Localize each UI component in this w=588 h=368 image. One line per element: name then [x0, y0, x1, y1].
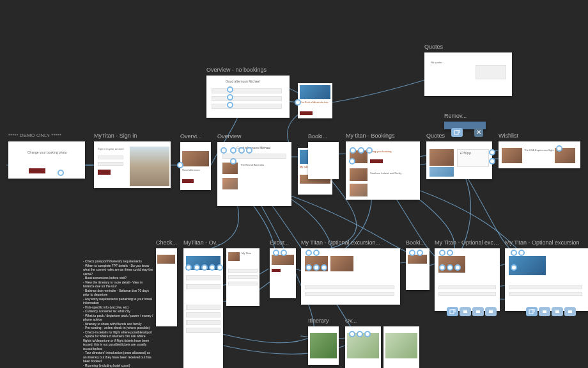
frame-booki1[interactable]: Booki... [308, 142, 339, 179]
connection-node[interactable] [357, 331, 363, 337]
connection-node[interactable] [246, 147, 252, 154]
frame-label: Overvi... [180, 133, 202, 140]
connection-node[interactable] [439, 264, 445, 271]
connection-node[interactable] [358, 147, 364, 154]
action-icon[interactable] [564, 307, 576, 316]
frame-wishlist[interactable]: Wishlist The USA Experience flight [499, 141, 580, 168]
action-icon[interactable] [539, 307, 550, 316]
connection-node[interactable] [417, 250, 423, 256]
connection-node[interactable] [238, 147, 245, 154]
frame-label: Booki... [406, 239, 425, 246]
connection-node[interactable] [220, 147, 227, 154]
frame-optional2[interactable]: My Titan - Optional excursion... [435, 248, 500, 311]
frame-label: Excur... [270, 239, 289, 246]
connection-node[interactable] [439, 250, 445, 256]
frame-signin[interactable]: MyTitan - Sign in Sign in to your accoun… [94, 141, 171, 188]
frame-overview-nobookings[interactable]: Overview - no bookings Good afternoon Mi… [206, 76, 290, 118]
frame-label: ***** DEMO ONLY ***** [8, 132, 61, 138]
connection-node[interactable] [209, 264, 215, 271]
svg-rect-5 [529, 310, 533, 314]
connection-node[interactable] [194, 264, 200, 271]
connection-node[interactable] [511, 264, 517, 271]
frame-label: Itinerary [308, 317, 329, 324]
connection-node[interactable] [349, 331, 355, 337]
connection-node[interactable] [295, 99, 301, 106]
action-icon[interactable] [526, 307, 538, 316]
connection-node[interactable] [281, 250, 287, 256]
connection-node[interactable] [177, 162, 183, 168]
frame-label: MyTitan - Sign in [94, 132, 137, 139]
connection-node[interactable] [489, 158, 495, 164]
connection-node[interactable] [447, 264, 453, 271]
connection-node[interactable] [511, 250, 517, 256]
connection-node[interactable] [313, 264, 320, 271]
connection-node[interactable] [306, 250, 312, 256]
connection-node[interactable] [454, 264, 461, 271]
action-icon[interactable] [552, 307, 563, 316]
connection-node[interactable] [227, 94, 233, 100]
svg-rect-2 [463, 310, 467, 313]
frame-label: Quotes [424, 44, 443, 50]
action-icon[interactable] [447, 307, 458, 316]
svg-rect-0 [454, 131, 458, 134]
frame-demo[interactable]: ***** DEMO ONLY ***** Change your bookin… [8, 141, 85, 179]
svg-rect-4 [489, 310, 493, 313]
prototype-canvas[interactable]: ***** DEMO ONLY ***** Change your bookin… [0, 0, 588, 368]
connection-node[interactable] [366, 147, 373, 154]
action-icon[interactable] [460, 307, 471, 316]
frame-label: My titan - Bookings [346, 132, 395, 139]
frame-quotes-mid[interactable]: Quotes £750pp [426, 141, 492, 179]
svg-rect-6 [543, 310, 546, 313]
action-icon[interactable] [472, 307, 484, 316]
connection-node[interactable] [409, 250, 415, 256]
frame-label: Overview - no bookings [206, 67, 267, 73]
svg-rect-3 [476, 310, 480, 313]
connection-node[interactable] [556, 145, 562, 152]
frame-check[interactable]: Check... [156, 248, 177, 326]
frame-label: Remov... [444, 113, 467, 119]
frame-label: Check... [156, 239, 177, 246]
svg-rect-7 [555, 310, 559, 313]
connection-node[interactable] [230, 158, 236, 164]
frame-mytitan-bookings[interactable]: My titan - Bookings Bring your booking S… [346, 141, 420, 200]
frame-overview-main[interactable]: Overview Good afternoon Michael The Best… [217, 142, 291, 206]
frame-label: Ov... [345, 317, 357, 324]
frame-label: My Titan - Optional excursion... [435, 239, 500, 246]
frame-label: Booki... [308, 133, 327, 140]
frame-side-card1[interactable]: The Best of Australia tour [298, 83, 332, 118]
connection-node[interactable] [58, 170, 64, 176]
frame-label: My Titan - Optional excursion... [301, 239, 380, 246]
action-icon[interactable] [451, 128, 463, 137]
connection-node[interactable] [313, 250, 320, 256]
connection-node[interactable] [350, 147, 356, 154]
frame-quotes-top[interactable]: Quotes No quotes [424, 52, 512, 96]
frame-excur-side[interactable]: My Titan [226, 248, 259, 306]
connection-node[interactable] [306, 264, 312, 271]
connection-node[interactable] [230, 147, 236, 154]
connection-node[interactable] [447, 250, 453, 256]
frame-overview-small[interactable]: Overvi... Good afternoon [180, 142, 211, 190]
connection-node[interactable] [349, 158, 355, 164]
frame-optional3[interactable]: My Titan - Optional excursion [505, 248, 588, 311]
frame-label: Quotes [426, 132, 445, 139]
frame-label: Wishlist [499, 132, 518, 139]
connection-node[interactable] [364, 331, 371, 337]
frame-mytitan-sm2[interactable] [383, 326, 419, 368]
frame-label: MyTitan - Ov... [183, 239, 220, 246]
action-icon[interactable] [485, 307, 497, 316]
connection-node[interactable] [217, 264, 223, 271]
connection-node[interactable] [227, 86, 233, 93]
close-icon[interactable]: ✕ [474, 128, 483, 137]
svg-rect-8 [568, 310, 572, 313]
connection-node[interactable] [321, 264, 327, 271]
connection-node[interactable] [489, 149, 495, 156]
connection-node[interactable] [185, 264, 192, 271]
frame-itinerary[interactable]: Itinerary [308, 326, 339, 365]
frame-optional1[interactable]: My Titan - Optional excursion... [301, 248, 400, 305]
connection-node[interactable] [518, 250, 525, 256]
connection-node[interactable] [273, 250, 279, 256]
requirements-text: - Check passport/Visa/entry requirements… [83, 259, 153, 368]
connection-node[interactable] [227, 102, 233, 108]
action-group-1 [447, 307, 497, 316]
connection-node[interactable] [201, 264, 208, 271]
